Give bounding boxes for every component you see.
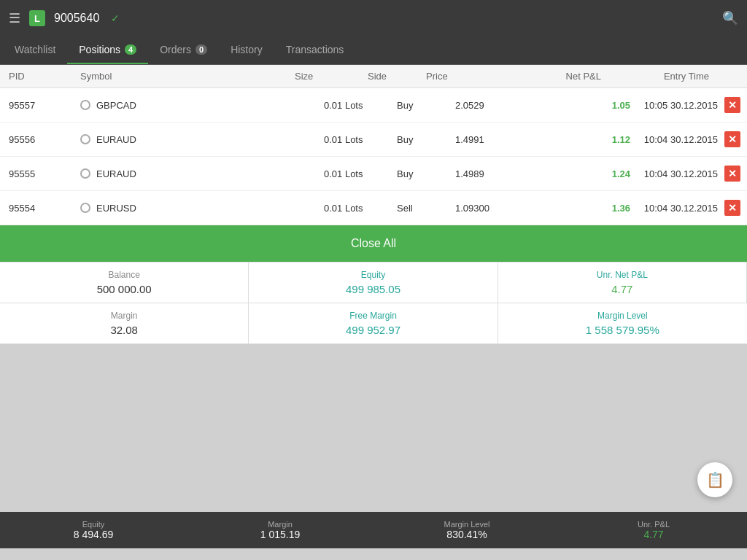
row-side: Buy — [397, 134, 455, 145]
bottom-equity: Equity 8 494.69 — [0, 517, 187, 543]
row-symbol: GBPCAD — [80, 100, 324, 111]
table-header: PID Symbol Size Side Price Net P&L Entry… — [0, 65, 747, 88]
col-header-side: Side — [368, 71, 426, 82]
bottom-unr-pl: Unr. P&L 4.77 — [560, 517, 747, 543]
table-row: 95554 EURUSD 0.01 Lots Sell 1.09300 1.36… — [0, 191, 747, 225]
row-pid: 95554 — [0, 203, 80, 214]
stat-equity: Equity 499 985.05 — [249, 262, 498, 303]
row-price: 1.4991 — [455, 134, 543, 145]
tab-transactions[interactable]: Transactions — [274, 36, 356, 64]
symbol-icon — [80, 203, 90, 213]
col-header-price: Price — [426, 71, 514, 82]
row-size: 0.01 Lots — [324, 168, 397, 179]
row-size: 0.01 Lots — [324, 100, 397, 111]
row-pid: 95555 — [0, 168, 80, 179]
row-size: 0.01 Lots — [324, 134, 397, 145]
close-all-button[interactable]: Close All — [0, 225, 747, 262]
col-header-size: Size — [295, 71, 368, 82]
free-margin-value: 499 952.97 — [258, 324, 488, 336]
fab-button[interactable]: 📋 — [697, 462, 732, 497]
stats-grid: Balance 500 000.00 Equity 499 985.05 Unr… — [0, 262, 747, 344]
checkmark-icon: ✓ — [111, 12, 120, 24]
row-side: Buy — [397, 100, 455, 111]
row-symbol: EURAUD — [80, 134, 324, 145]
bottom-equity-value: 8 494.69 — [3, 529, 184, 540]
equity-value: 499 985.05 — [258, 283, 488, 295]
bottom-margin-label: Margin — [190, 520, 371, 529]
tab-orders[interactable]: Orders 0 — [148, 36, 219, 64]
orders-badge: 0 — [196, 44, 207, 55]
unr-netpl-label: Unr. Net P&L — [507, 270, 738, 280]
col-header-netpl: Net P&L — [514, 71, 601, 82]
bottom-margin-value: 1 015.19 — [190, 529, 371, 540]
unr-netpl-value: 4.77 — [507, 283, 738, 295]
row-entrytime: 10:04 30.12.2015 — [630, 134, 718, 145]
tab-positions[interactable]: Positions 4 — [67, 36, 148, 64]
tab-history[interactable]: History — [219, 36, 274, 64]
row-pid: 95557 — [0, 100, 80, 111]
symbol-icon — [80, 134, 90, 144]
bottom-margin: Margin 1 015.19 — [187, 517, 374, 543]
stat-margin: Margin 32.08 — [0, 303, 249, 344]
stat-unr-netpl: Unr. Net P&L 4.77 — [498, 262, 747, 303]
bottom-bar: Equity 8 494.69 Margin 1 015.19 Margin L… — [0, 512, 747, 548]
row-pid: 95556 — [0, 134, 80, 145]
main-content: PID Symbol Size Side Price Net P&L Entry… — [0, 65, 747, 344]
account-badge: L — [29, 10, 45, 26]
bottom-margin-level-value: 830.41% — [376, 529, 557, 540]
account-id: 9005640 — [54, 12, 99, 25]
row-size: 0.01 Lots — [324, 203, 397, 214]
table-row: 95556 EURAUD 0.01 Lots Buy 1.4991 1.12 1… — [0, 122, 747, 157]
row-entrytime: 10:04 30.12.2015 — [630, 203, 718, 214]
row-netpl: 1.05 — [543, 100, 630, 111]
bottom-margin-level-label: Margin Level — [376, 520, 557, 529]
bottom-unr-pl-label: Unr. P&L — [563, 520, 744, 529]
col-header-pid: PID — [0, 71, 80, 82]
symbol-icon — [80, 168, 90, 179]
row-price: 1.4989 — [455, 168, 543, 179]
balance-label: Balance — [9, 270, 239, 280]
stat-free-margin: Free Margin 499 952.97 — [249, 303, 498, 344]
close-position-button[interactable]: ✕ — [724, 97, 740, 113]
row-side: Buy — [397, 168, 455, 179]
row-symbol: EURAUD — [80, 168, 324, 179]
row-entrytime: 10:05 30.12.2015 — [630, 100, 718, 111]
table-row: 95555 EURAUD 0.01 Lots Buy 1.4989 1.24 1… — [0, 157, 747, 191]
row-price: 1.09300 — [455, 203, 543, 214]
row-price: 2.0529 — [455, 100, 543, 111]
row-netpl: 1.12 — [543, 134, 630, 145]
row-symbol: EURUSD — [80, 203, 324, 214]
equity-label: Equity — [258, 270, 488, 280]
close-position-button[interactable]: ✕ — [724, 200, 740, 216]
bottom-unr-pl-value: 4.77 — [563, 529, 744, 540]
close-position-button[interactable]: ✕ — [724, 131, 740, 147]
balance-value: 500 000.00 — [9, 283, 239, 295]
hamburger-icon[interactable]: ☰ — [9, 10, 20, 26]
grey-area: 📋 — [0, 344, 747, 512]
nav-tabs: Watchlist Positions 4 Orders 0 History T… — [0, 36, 747, 65]
app-header: ☰ L 9005640 ✓ 🔍 — [0, 0, 747, 36]
positions-badge: 4 — [125, 44, 136, 55]
bottom-equity-label: Equity — [3, 520, 184, 529]
tab-watchlist[interactable]: Watchlist — [3, 36, 67, 64]
fab-icon: 📋 — [706, 471, 724, 489]
row-entrytime: 10:04 30.12.2015 — [630, 168, 718, 179]
bottom-margin-level: Margin Level 830.41% — [374, 517, 560, 543]
margin-level-label: Margin Level — [507, 311, 738, 321]
margin-level-value: 1 558 579.95% — [507, 324, 738, 336]
table-row: 95557 GBPCAD 0.01 Lots Buy 2.0529 1.05 1… — [0, 88, 747, 122]
stat-margin-level: Margin Level 1 558 579.95% — [498, 303, 747, 344]
search-icon[interactable]: 🔍 — [722, 10, 738, 26]
stat-balance: Balance 500 000.00 — [0, 262, 249, 303]
margin-label: Margin — [9, 311, 239, 321]
free-margin-label: Free Margin — [258, 311, 488, 321]
row-side: Sell — [397, 203, 455, 214]
col-header-symbol: Symbol — [80, 71, 295, 82]
row-netpl: 1.24 — [543, 168, 630, 179]
close-position-button[interactable]: ✕ — [724, 166, 740, 182]
col-header-entrytime: Entry Time — [601, 71, 718, 82]
margin-value: 32.08 — [9, 324, 239, 336]
symbol-icon — [80, 100, 90, 110]
row-netpl: 1.36 — [543, 203, 630, 214]
